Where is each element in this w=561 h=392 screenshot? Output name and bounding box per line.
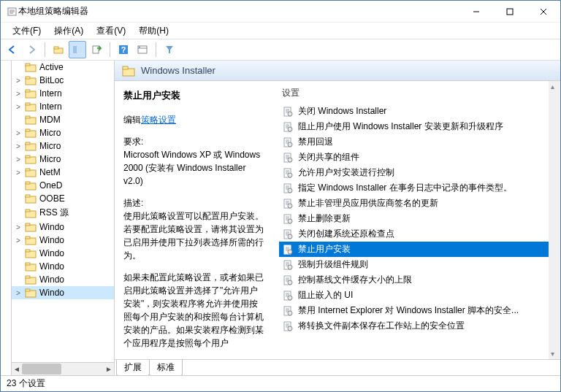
policy-icon (282, 121, 294, 133)
folder-icon (25, 235, 37, 245)
settings-pane: 设置 关闭 Windows Installer阻止用户使用 Windows In… (272, 81, 560, 359)
tab-extended[interactable]: 扩展 (116, 360, 150, 375)
tree-item[interactable]: >NetM (12, 166, 114, 179)
menu-help[interactable]: 帮助(H) (133, 23, 176, 39)
setting-item[interactable]: 阻止用户使用 Windows Installer 安装更新和升级程序 (279, 119, 559, 134)
policy-icon (282, 213, 294, 225)
tree-item[interactable]: >Windo (12, 234, 114, 247)
tree-list[interactable]: Active>BitLoc>Intern>InternMDM>Micro>Mic… (12, 61, 114, 362)
menubar: 文件(F) 操作(A) 查看(V) 帮助(H) (1, 23, 560, 39)
setting-item-label: 阻止用户使用 Windows Installer 安装更新和升级程序 (298, 120, 503, 133)
settings-list[interactable]: 关闭 Windows Installer阻止用户使用 Windows Insta… (272, 104, 560, 359)
filter-button[interactable] (161, 41, 178, 58)
tree-item[interactable]: >Intern (12, 100, 114, 113)
tree-item[interactable]: >Intern (12, 87, 114, 100)
scroll-thumb[interactable] (22, 364, 61, 374)
tree-item[interactable]: Windo (12, 260, 114, 273)
export-button[interactable] (88, 41, 105, 58)
svg-point-80 (288, 173, 292, 177)
setting-item[interactable]: 控制基线文件缓存大小的上限 (279, 272, 559, 288)
policy-icon (282, 228, 294, 240)
tree-item[interactable]: >BitLoc (12, 74, 114, 87)
tree-item[interactable]: OOBE (12, 192, 114, 205)
folder-icon (25, 180, 37, 191)
back-button[interactable] (4, 41, 21, 58)
menu-action[interactable]: 操作(A) (48, 23, 91, 39)
detail-header: Windows Installer (115, 61, 560, 81)
svg-rect-35 (26, 169, 30, 171)
tree-item[interactable]: RSS 源 (12, 205, 114, 220)
svg-rect-10 (73, 46, 77, 53)
tree-item[interactable]: >Windo (12, 220, 114, 234)
detail-header-title: Windows Installer (141, 65, 215, 76)
setting-item[interactable]: 强制升级组件规则 (279, 257, 559, 272)
tab-standard[interactable]: 标准 (149, 360, 183, 375)
tree-item[interactable]: MDM (12, 113, 114, 126)
tree-item-label: Windo (39, 248, 64, 258)
policy-icon (282, 320, 294, 332)
svg-rect-51 (26, 276, 30, 278)
policy-icon (282, 305, 294, 317)
tree-item[interactable]: Active (12, 61, 114, 74)
setting-item[interactable]: 禁止用户安装 (279, 242, 559, 257)
folder-icon (25, 88, 37, 99)
policy-icon (282, 167, 294, 179)
main-area: Active>BitLoc>Intern>InternMDM>Micro>Mic… (1, 61, 560, 375)
setting-item[interactable]: 将转换文件副本保存在工作站上的安全位置 (279, 318, 559, 334)
svg-point-125 (288, 311, 292, 315)
settings-v-scrollbar[interactable]: ▴▾ (549, 81, 560, 359)
setting-item[interactable]: 禁用 Internet Explorer 对 Windows Installer… (279, 303, 559, 318)
setting-item[interactable]: 禁用回退 (279, 134, 559, 150)
tree-item[interactable]: >Micro (12, 139, 114, 153)
svg-point-75 (288, 158, 292, 162)
setting-item[interactable]: 关闭共享的组件 (279, 150, 559, 165)
minimize-button[interactable] (459, 1, 493, 22)
view-list-button[interactable] (69, 41, 86, 58)
tree-item[interactable]: >Micro (12, 126, 114, 139)
tree-item-label: Intern (39, 88, 62, 99)
setting-item[interactable]: 指定 Windows Installer 在事务日志中记录的事件类型。 (279, 180, 559, 196)
setting-item[interactable]: 关闭创建系统还原检查点 (279, 226, 559, 242)
folder-icon (25, 128, 37, 138)
svg-rect-29 (26, 129, 30, 131)
svg-point-85 (288, 188, 292, 193)
policy-icon (282, 137, 294, 148)
close-button[interactable] (527, 1, 560, 22)
tree-item[interactable]: Windo (12, 247, 114, 260)
up-button[interactable] (50, 41, 67, 58)
forward-button[interactable] (23, 41, 40, 58)
setting-item-label: 关闭创建系统还原检查点 (298, 228, 394, 240)
settings-column-header[interactable]: 设置 (272, 81, 560, 104)
setting-item-label: 禁止用户安装 (298, 243, 351, 255)
setting-item[interactable]: 禁止非管理员应用供应商签名的更新 (279, 196, 559, 211)
description-text-2: 如果未配置此策略设置，或者如果已启用此策略设置并选择了"允许用户安装"，则安装程… (123, 271, 264, 350)
folder-icon (25, 154, 37, 164)
tree-h-scrollbar[interactable]: ◄ ► (12, 362, 114, 375)
maximize-button[interactable] (493, 1, 527, 22)
statusbar: 23 个设置 (1, 375, 560, 391)
setting-item[interactable]: 阻止嵌入的 UI (279, 288, 559, 303)
setting-item[interactable]: 允许用户对安装进行控制 (279, 165, 559, 180)
tree-item[interactable]: >Windo (12, 286, 114, 299)
menu-file[interactable]: 文件(F) (7, 23, 48, 39)
setting-item[interactable]: 关闭 Windows Installer (279, 104, 559, 119)
tree-item[interactable]: OneD (12, 179, 114, 192)
tree-item[interactable]: >Micro (12, 153, 114, 166)
tree-item[interactable]: Windo (12, 273, 114, 286)
folder-icon (25, 222, 37, 232)
folder-icon (25, 261, 37, 272)
help-button[interactable]: ? (115, 41, 132, 58)
properties-button[interactable] (134, 41, 151, 58)
svg-point-110 (288, 265, 292, 269)
tree-item-label: OneD (39, 180, 62, 191)
window-title: 本地组策略编辑器 (18, 5, 459, 18)
menu-view[interactable]: 查看(V) (91, 23, 133, 39)
detail-tabs: 扩展 标准 (115, 359, 560, 375)
toolbar: ? (1, 39, 560, 61)
folder-icon (25, 141, 37, 151)
tree-item-label: Windo (39, 261, 64, 272)
setting-item[interactable]: 禁止删除更新 (279, 211, 559, 226)
folder-icon (25, 115, 37, 125)
svg-rect-17 (139, 47, 140, 47)
edit-policy-link[interactable]: 策略设置 (141, 115, 176, 125)
